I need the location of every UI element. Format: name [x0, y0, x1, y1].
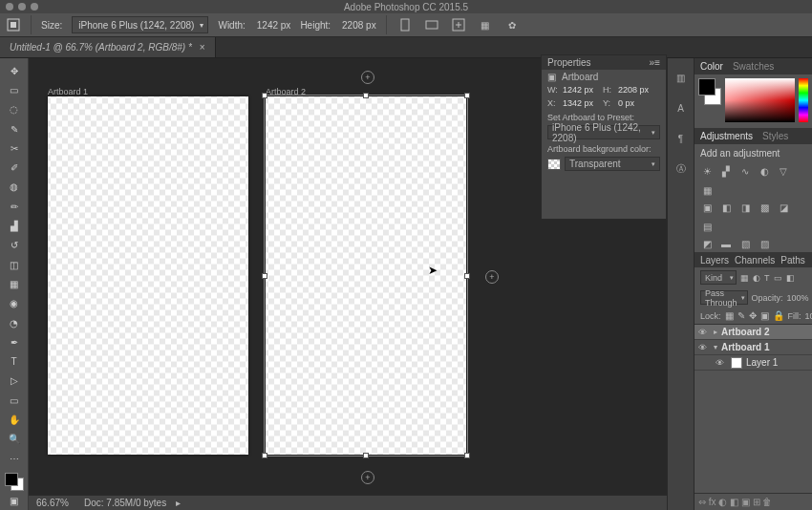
- layer-row-artboard-1[interactable]: 👁 ▾ Artboard 1: [694, 340, 812, 355]
- size-preset-select[interactable]: iPhone 6 Plus (1242, 2208): [72, 16, 208, 33]
- fill-value[interactable]: 100%: [805, 311, 812, 321]
- artboard-preset-select[interactable]: iPhone 6 Plus (1242, 2208): [547, 125, 660, 139]
- add-artboard-right[interactable]: +: [485, 270, 499, 284]
- add-artboard-bottom[interactable]: +: [361, 471, 374, 484]
- filter-shape-icon[interactable]: ▭: [774, 273, 782, 283]
- bw-icon[interactable]: ▣: [700, 201, 714, 214]
- pen-tool-icon[interactable]: ✒: [3, 333, 26, 351]
- eyedropper-tool-icon[interactable]: ✐: [3, 159, 26, 176]
- blur-tool-icon[interactable]: ◉: [3, 295, 26, 312]
- filter-adjust-icon[interactable]: ◐: [753, 273, 760, 283]
- tab-adjustments[interactable]: Adjustments: [700, 131, 753, 141]
- layer-kind-filter[interactable]: Kind: [700, 270, 737, 285]
- threshold-icon[interactable]: ◩: [700, 237, 714, 250]
- layer-name[interactable]: Artboard 2: [721, 327, 770, 337]
- gradient-map-icon[interactable]: ▬: [719, 237, 733, 250]
- properties-tab[interactable]: Properties: [547, 57, 591, 68]
- healing-tool-icon[interactable]: ◍: [3, 179, 26, 196]
- path-select-tool-icon[interactable]: ▷: [3, 372, 26, 390]
- foreground-color-swatch[interactable]: [5, 473, 18, 486]
- layer-row-layer-1[interactable]: 👁 Layer 1: [694, 355, 812, 371]
- filter-type-icon[interactable]: T: [764, 273, 770, 283]
- tab-swatches[interactable]: Swatches: [733, 61, 774, 72]
- blend-mode-select[interactable]: Pass Through: [700, 290, 748, 305]
- artboard-tool-icon[interactable]: [6, 17, 21, 32]
- opacity-value[interactable]: 100%: [787, 293, 809, 303]
- move-tool-icon[interactable]: ✥: [3, 62, 26, 79]
- brush-tool-icon[interactable]: ✏: [3, 198, 26, 215]
- lock-pos-icon[interactable]: ✥: [749, 310, 757, 321]
- visibility-icon[interactable]: 👁: [698, 328, 710, 337]
- crop-tool-icon[interactable]: ✂: [3, 139, 26, 157]
- visibility-icon[interactable]: 👁: [698, 343, 710, 352]
- marquee-tool-icon[interactable]: ▭: [3, 81, 26, 98]
- curves-icon[interactable]: ∿: [738, 164, 752, 178]
- tab-channels[interactable]: Channels: [735, 255, 775, 266]
- type-tool-icon[interactable]: T: [3, 352, 26, 370]
- zoom-level[interactable]: 66.67%: [36, 498, 75, 508]
- window-controls[interactable]: [6, 3, 38, 11]
- color-swatch-pair[interactable]: [698, 78, 721, 105]
- color-spectrum[interactable]: [725, 78, 795, 122]
- doc-info-arrow-icon[interactable]: ▸: [176, 498, 181, 508]
- levels-icon[interactable]: ▞: [719, 164, 733, 178]
- add-artboard-top[interactable]: +: [361, 71, 374, 84]
- artboard-label-2[interactable]: Artboard 2: [266, 87, 306, 96]
- artboard-bg-row[interactable]: Transparent: [547, 157, 660, 171]
- glyphs-panel-icon[interactable]: Ⓐ: [672, 159, 691, 179]
- quick-select-tool-icon[interactable]: ✎: [3, 120, 26, 138]
- filter-smart-icon[interactable]: ◧: [786, 273, 795, 283]
- y-value[interactable]: 0 px: [618, 98, 652, 108]
- quick-mask-icon[interactable]: ▣: [3, 493, 26, 510]
- vibrance-icon[interactable]: ▽: [777, 164, 790, 178]
- stamp-tool-icon[interactable]: ▟: [3, 217, 26, 234]
- landscape-icon[interactable]: [423, 16, 440, 33]
- tab-styles[interactable]: Styles: [762, 131, 788, 141]
- hand-tool-icon[interactable]: ✋: [3, 411, 26, 428]
- invert-icon[interactable]: ◪: [777, 201, 790, 214]
- channel-mixer-icon[interactable]: ◨: [738, 201, 752, 214]
- hue-icon[interactable]: ▦: [700, 183, 714, 197]
- align-icon[interactable]: ▦: [477, 16, 494, 33]
- lookup-icon[interactable]: ▩: [758, 201, 771, 214]
- hue-bar[interactable]: [799, 78, 808, 122]
- layer-row-artboard-2[interactable]: 👁 ▸ Artboard 2: [694, 325, 812, 340]
- zoom-window-icon[interactable]: [31, 3, 38, 11]
- tab-paths[interactable]: Paths: [780, 255, 805, 266]
- document-tab[interactable]: Untitled-1 @ 66.7% (Artboard 2, RGB/8#) …: [0, 37, 216, 57]
- height-value[interactable]: 2208 px: [342, 20, 376, 31]
- zoom-tool-icon[interactable]: 🔍: [3, 431, 26, 448]
- shape-tool-icon[interactable]: ▭: [3, 392, 26, 409]
- bg-color-select[interactable]: Transparent: [565, 157, 660, 171]
- layer-name[interactable]: Layer 1: [746, 357, 778, 368]
- lock-trans-icon[interactable]: ▦: [725, 310, 734, 321]
- gradient-tool-icon[interactable]: ▦: [3, 275, 26, 292]
- lock-all-icon[interactable]: 🔒: [773, 310, 784, 321]
- eraser-tool-icon[interactable]: ◫: [3, 256, 26, 273]
- bg-color-chip[interactable]: [547, 159, 561, 170]
- exposure-icon[interactable]: ◐: [758, 164, 771, 178]
- layer-name[interactable]: Artboard 1: [721, 342, 770, 352]
- brightness-icon[interactable]: ☀: [700, 164, 714, 178]
- visibility-icon[interactable]: 👁: [716, 358, 727, 368]
- lasso-tool-icon[interactable]: ◌: [3, 101, 26, 118]
- doc-info[interactable]: Doc: 7.85M/0 bytes: [84, 498, 166, 508]
- artboard-label-1[interactable]: Artboard 1: [48, 87, 88, 96]
- filter-pixel-icon[interactable]: ▦: [740, 273, 749, 283]
- character-panel-icon[interactable]: A: [672, 98, 691, 117]
- fg-color-swatch[interactable]: [698, 78, 716, 96]
- layers-footer[interactable]: ⇔ fx ◐ ◧ ▣ ⊞ 🗑: [694, 493, 812, 510]
- x-value[interactable]: 1342 px: [563, 98, 597, 108]
- minimize-window-icon[interactable]: [18, 3, 26, 11]
- foreground-background-colors[interactable]: [5, 473, 24, 490]
- panel-flyout-icon[interactable]: »≡: [650, 57, 660, 68]
- settings-icon[interactable]: ✿: [503, 16, 521, 33]
- photo-filter-icon[interactable]: ◧: [719, 201, 733, 214]
- posterize-icon[interactable]: ▤: [700, 220, 714, 233]
- artboard-1[interactable]: [48, 96, 248, 455]
- lock-artboard-icon[interactable]: ▣: [760, 310, 769, 321]
- properties-panel[interactable]: Properties »≡ ▣ Artboard W: 1242 px H: 2…: [541, 54, 667, 220]
- dodge-tool-icon[interactable]: ◔: [3, 314, 26, 331]
- close-tab-icon[interactable]: ×: [200, 42, 205, 53]
- selective-color-icon[interactable]: ▧: [738, 237, 752, 250]
